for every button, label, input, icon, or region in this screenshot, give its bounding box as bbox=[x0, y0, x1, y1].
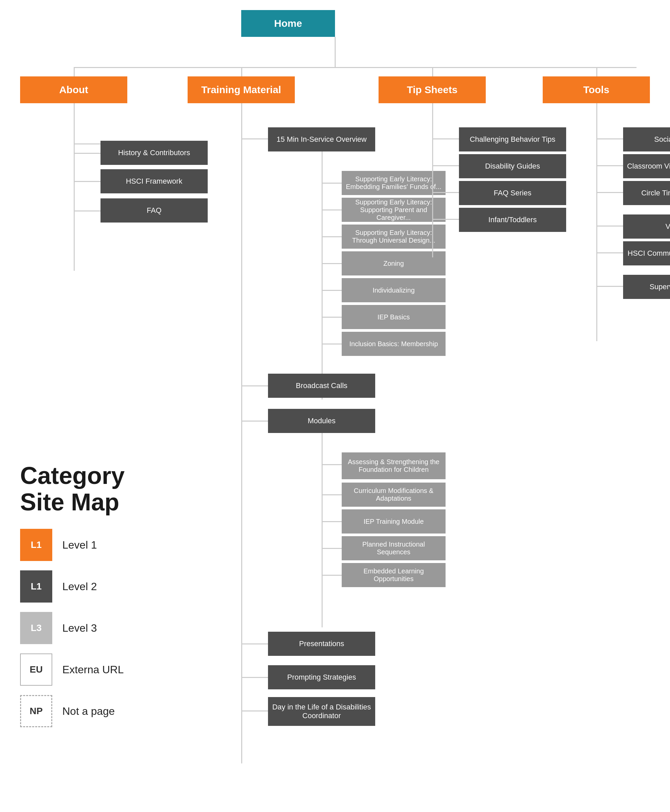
legend-item-l1: L1 Level 1 bbox=[20, 529, 125, 561]
cbt-node: Challenging Behavior Tips bbox=[459, 127, 566, 151]
v-training-spine bbox=[241, 127, 242, 763]
tools-node: Tools bbox=[543, 76, 650, 103]
modules-node: Modules bbox=[268, 409, 375, 433]
it-node: Infant/Toddlers bbox=[459, 208, 566, 232]
legend-box-np: NP bbox=[20, 695, 52, 727]
h-assess bbox=[321, 464, 342, 465]
sup-node: Supervisor Tools bbox=[623, 275, 670, 299]
v-home bbox=[335, 37, 336, 68]
h-ctm bbox=[596, 192, 623, 193]
legend-item-np: NP Not a page bbox=[20, 695, 125, 727]
ctm-node: Circle Time Magazine bbox=[623, 181, 670, 205]
is3-node: Supporting Early Literacy: Through Unive… bbox=[342, 225, 445, 249]
curr-node: Curriculum Modifications & Adaptations bbox=[342, 483, 445, 507]
h-faq bbox=[74, 210, 100, 212]
h-cvs bbox=[596, 165, 623, 166]
legend-label-eu: Externa URL bbox=[62, 664, 124, 676]
v-training-down bbox=[241, 103, 242, 127]
faqseries-node: FAQ Series bbox=[459, 181, 566, 205]
h-it bbox=[432, 219, 459, 220]
legend-box-l1: L1 bbox=[20, 529, 52, 561]
v-tools-spine bbox=[596, 127, 597, 341]
legend: CategorySite Map L1 Level 1 L1 Level 2 L… bbox=[20, 463, 125, 737]
h-is3 bbox=[321, 236, 342, 237]
v-tips-down bbox=[432, 103, 433, 127]
pis-node: Planned Instructional Sequences bbox=[342, 536, 445, 560]
legend-label-l3: Level 3 bbox=[62, 622, 97, 634]
incl-node: Inclusion Basics: Membership bbox=[342, 332, 445, 356]
hcbg-node: HSCI Community Book Group bbox=[623, 241, 670, 265]
iep-node: IEP Basics bbox=[342, 305, 445, 329]
cvs-node: Classroom Visuals & Supports bbox=[623, 154, 670, 178]
v-tools-down bbox=[596, 103, 597, 127]
v-about bbox=[74, 67, 75, 76]
faq-node: FAQ bbox=[100, 198, 208, 222]
v-modules-down bbox=[321, 433, 323, 453]
legend-box-l2: L1 bbox=[20, 570, 52, 603]
h-about-branch bbox=[74, 143, 100, 144]
h-sup bbox=[596, 286, 623, 287]
h-zoning bbox=[321, 263, 342, 264]
h-hcbg bbox=[596, 253, 623, 253]
h-curr bbox=[321, 494, 342, 495]
h-vid bbox=[596, 225, 623, 227]
h-cbt bbox=[432, 138, 459, 139]
h-dg bbox=[432, 165, 459, 166]
training-node: Training Material bbox=[188, 76, 295, 103]
dg-node: Disability Guides bbox=[459, 154, 566, 178]
h-hsci bbox=[74, 181, 100, 182]
h-prompt bbox=[241, 677, 268, 678]
h-is2 bbox=[321, 209, 342, 210]
v-tools bbox=[596, 67, 597, 76]
v-about-down bbox=[74, 103, 75, 143]
zoning-node: Zoning bbox=[342, 251, 445, 275]
h-ind bbox=[321, 290, 342, 291]
v-inservice-spine bbox=[321, 171, 323, 400]
assess-node: Assessing & Strengthening the Foundation… bbox=[342, 453, 445, 479]
h-broadcast bbox=[241, 385, 268, 387]
v-modules-spine bbox=[321, 453, 323, 627]
h-day bbox=[241, 710, 268, 712]
ss-node: Social Stories bbox=[623, 127, 670, 151]
history-node: History & Contributors bbox=[100, 141, 208, 165]
legend-box-l3: L3 bbox=[20, 612, 52, 644]
day-node: Day in the Life of a Disabilities Coordi… bbox=[268, 697, 375, 726]
hsci-node: HSCI Framework bbox=[100, 169, 208, 193]
legend-box-eu: EU bbox=[20, 653, 52, 686]
vid-node: Videos bbox=[623, 214, 670, 239]
h-iepmod bbox=[321, 521, 342, 522]
h-faqseries bbox=[432, 192, 459, 193]
elo-node: Embedded Learning Opportunities bbox=[342, 563, 445, 587]
inservice-node: 15 Min In-Service Overview bbox=[268, 127, 375, 151]
h-pis bbox=[321, 548, 342, 549]
legend-title: CategorySite Map bbox=[20, 463, 125, 515]
v-inservice-down bbox=[321, 151, 323, 171]
is1-node: Supporting Early Literacy: Embedding Fam… bbox=[342, 171, 445, 195]
legend-label-np: Not a page bbox=[62, 705, 115, 717]
tipsheets-node: Tip Sheets bbox=[379, 76, 486, 103]
legend-item-l2: L1 Level 2 bbox=[20, 570, 125, 603]
h-elo bbox=[321, 575, 342, 576]
is2-node: Supporting Early Literacy: Supporting Pa… bbox=[342, 198, 445, 222]
pres-node: Presentations bbox=[268, 632, 375, 656]
legend-item-eu: EU Externa URL bbox=[20, 653, 125, 686]
h-history bbox=[74, 153, 100, 154]
v-about-spine bbox=[74, 143, 75, 271]
v-training bbox=[241, 67, 242, 76]
about-node: About bbox=[20, 76, 127, 103]
legend-label-l1: Level 1 bbox=[62, 539, 97, 551]
h-incl bbox=[321, 344, 342, 344]
h-top bbox=[74, 67, 636, 68]
home-node: Home bbox=[241, 10, 335, 37]
h-iep bbox=[321, 317, 342, 318]
iepmod-node: IEP Training Module bbox=[342, 509, 445, 534]
ind-node: Individualizing bbox=[342, 278, 445, 302]
h-ss bbox=[596, 138, 623, 139]
h-is1 bbox=[321, 183, 342, 184]
legend-item-l3: L3 Level 3 bbox=[20, 612, 125, 644]
broadcast-node: Broadcast Calls bbox=[268, 374, 375, 398]
legend-label-l2: Level 2 bbox=[62, 580, 97, 593]
h-modules bbox=[241, 420, 268, 422]
h-pres bbox=[241, 643, 268, 644]
prompt-node: Prompting Strategies bbox=[268, 665, 375, 689]
